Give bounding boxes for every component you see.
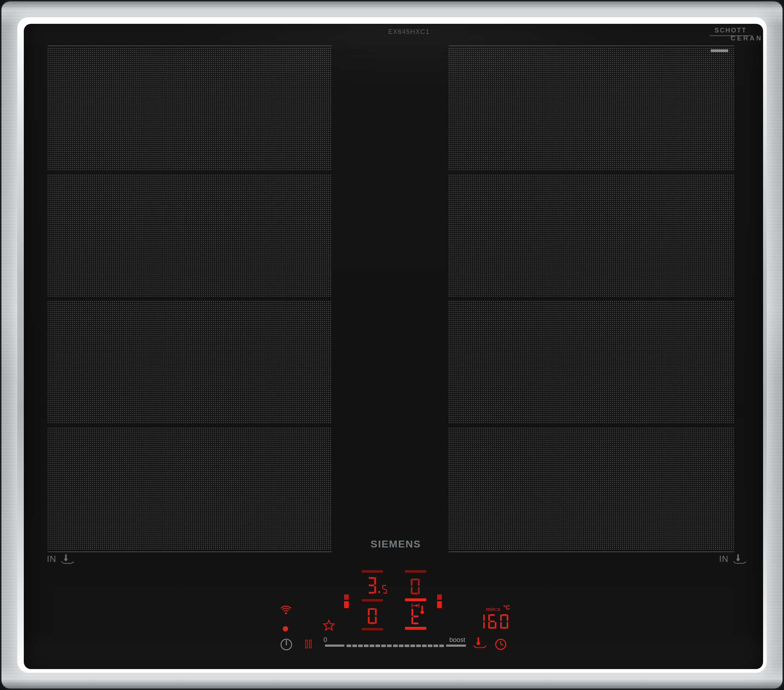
left-zone-bottom-power-display[interactable] <box>368 608 377 624</box>
zone-select-key[interactable] <box>362 599 383 602</box>
slider-min-label[interactable]: 0 <box>323 636 327 644</box>
in-label: IN <box>719 554 728 564</box>
slider-dash[interactable] <box>352 645 357 647</box>
schott-ceran-logo: SCHOTT CERAN® <box>710 27 751 36</box>
right-zone-top-power-display[interactable] <box>411 578 420 594</box>
slider-dash[interactable] <box>370 645 374 647</box>
status-dot-icon <box>283 626 288 632</box>
slider-track-start[interactable] <box>325 645 344 647</box>
pan-thermometer-icon <box>61 554 75 565</box>
registered-mark: ® <box>731 35 733 39</box>
slider-dash[interactable] <box>364 645 369 647</box>
slider-dash[interactable] <box>422 645 427 647</box>
slider-dash[interactable] <box>393 645 398 647</box>
left-zone-top-power-display[interactable] <box>367 577 387 594</box>
steel-frame: EX645HXC1 SCHOTT CERAN® SIEMENS <box>0 0 784 690</box>
slider-dash[interactable] <box>405 645 409 647</box>
power-icon[interactable] <box>280 639 293 650</box>
pause-icon[interactable] <box>305 639 312 649</box>
pan-detect-left: IN <box>47 554 75 565</box>
zone-section <box>449 428 734 550</box>
zone-section <box>449 175 734 297</box>
ceran-word: CERAN <box>731 35 763 42</box>
schott-text: SCHOTT <box>710 27 751 34</box>
slider-dash[interactable] <box>358 645 363 647</box>
zone-select-key[interactable] <box>405 598 426 601</box>
cooking-zone-left <box>48 45 332 552</box>
timer-unit-label: min:s <box>486 606 500 612</box>
zone-select-key[interactable] <box>405 570 426 573</box>
model-label: EX645HXC1 <box>377 28 441 36</box>
slider-track-end[interactable] <box>446 645 466 647</box>
star-icon[interactable] <box>323 619 335 632</box>
slider-dash[interactable] <box>347 645 351 647</box>
zone-section <box>48 301 332 423</box>
slider-dash[interactable] <box>416 645 421 647</box>
zone-indicator-left <box>344 594 349 608</box>
slider-max-label[interactable]: boost <box>449 636 465 644</box>
slider-dash[interactable] <box>381 645 386 647</box>
slider-dash[interactable] <box>428 645 432 647</box>
clock-icon[interactable] <box>495 639 507 650</box>
temp-unit-label: °C <box>503 604 510 611</box>
slider-dash[interactable] <box>439 645 444 647</box>
pan-detect-right: IN <box>719 554 747 565</box>
siemens-logo: SIEMENS <box>364 538 427 550</box>
timer-temp-display <box>477 614 508 629</box>
glass-surface: EX645HXC1 SCHOTT CERAN® SIEMENS <box>24 24 763 669</box>
zone-indicator-right <box>437 594 442 608</box>
cooking-zone-right <box>449 45 734 552</box>
slider-dash[interactable] <box>433 645 438 647</box>
transfer-arrow-icon <box>412 603 419 608</box>
induction-hob-photo: EX645HXC1 SCHOTT CERAN® SIEMENS <box>0 0 784 690</box>
pan-thermometer-icon <box>733 554 747 565</box>
zone-select-key[interactable] <box>405 627 426 630</box>
zone-section <box>48 428 332 550</box>
slider-dash[interactable] <box>399 645 404 647</box>
fry-sensor-pan-icon[interactable] <box>473 636 487 649</box>
in-label: IN <box>47 554 56 564</box>
zone-section <box>449 301 734 423</box>
thermometer-icon <box>420 605 425 616</box>
slider-dash[interactable] <box>410 645 415 647</box>
zone-section <box>449 48 734 170</box>
slider-dash[interactable] <box>387 645 392 647</box>
zone-select-key[interactable] <box>362 570 383 573</box>
right-zone-fry-mode-display[interactable] <box>412 608 420 624</box>
slider-dash[interactable] <box>376 645 380 647</box>
slider-track[interactable] <box>347 645 444 647</box>
zone-section <box>48 175 332 297</box>
wifi-icon[interactable] <box>280 606 292 615</box>
zone-select-key[interactable] <box>362 628 383 631</box>
zone-section <box>48 48 332 170</box>
